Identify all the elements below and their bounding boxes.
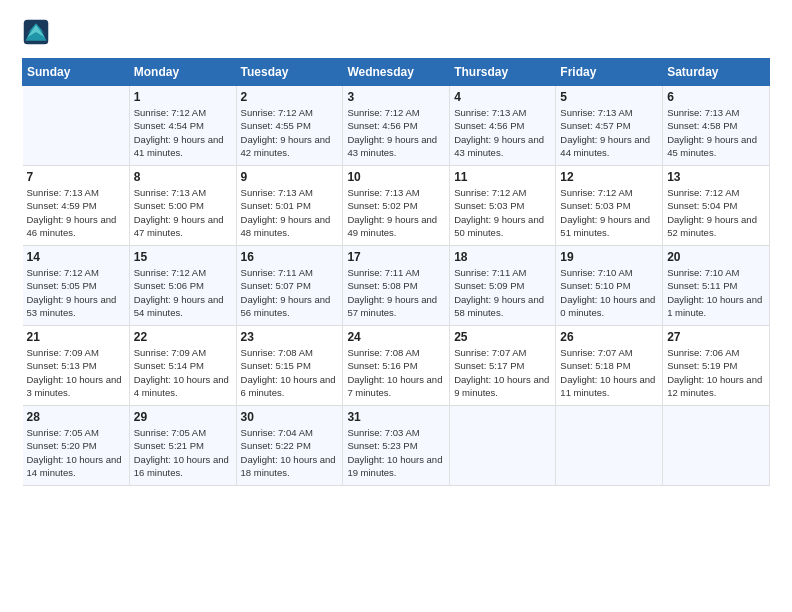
day-info: Sunrise: 7:12 AMSunset: 5:04 PMDaylight:… <box>667 186 765 239</box>
day-info: Sunrise: 7:11 AMSunset: 5:08 PMDaylight:… <box>347 266 445 319</box>
day-number: 13 <box>667 170 765 184</box>
day-number: 4 <box>454 90 551 104</box>
day-number: 21 <box>27 330 125 344</box>
day-cell: 10Sunrise: 7:13 AMSunset: 5:02 PMDayligh… <box>343 166 450 246</box>
day-info: Sunrise: 7:04 AMSunset: 5:22 PMDaylight:… <box>241 426 339 479</box>
day-number: 2 <box>241 90 339 104</box>
day-info: Sunrise: 7:13 AMSunset: 4:58 PMDaylight:… <box>667 106 765 159</box>
day-info: Sunrise: 7:07 AMSunset: 5:18 PMDaylight:… <box>560 346 658 399</box>
day-cell: 29Sunrise: 7:05 AMSunset: 5:21 PMDayligh… <box>129 406 236 486</box>
day-info: Sunrise: 7:08 AMSunset: 5:16 PMDaylight:… <box>347 346 445 399</box>
day-cell <box>450 406 556 486</box>
day-number: 15 <box>134 250 232 264</box>
day-cell: 3Sunrise: 7:12 AMSunset: 4:56 PMDaylight… <box>343 86 450 166</box>
day-info: Sunrise: 7:12 AMSunset: 4:54 PMDaylight:… <box>134 106 232 159</box>
col-header-thursday: Thursday <box>450 59 556 86</box>
day-number: 9 <box>241 170 339 184</box>
day-cell: 30Sunrise: 7:04 AMSunset: 5:22 PMDayligh… <box>236 406 343 486</box>
day-info: Sunrise: 7:13 AMSunset: 5:01 PMDaylight:… <box>241 186 339 239</box>
day-info: Sunrise: 7:03 AMSunset: 5:23 PMDaylight:… <box>347 426 445 479</box>
day-number: 27 <box>667 330 765 344</box>
col-header-saturday: Saturday <box>663 59 770 86</box>
day-info: Sunrise: 7:12 AMSunset: 5:03 PMDaylight:… <box>560 186 658 239</box>
day-number: 17 <box>347 250 445 264</box>
week-row-3: 14Sunrise: 7:12 AMSunset: 5:05 PMDayligh… <box>23 246 770 326</box>
day-number: 28 <box>27 410 125 424</box>
day-number: 16 <box>241 250 339 264</box>
day-cell: 15Sunrise: 7:12 AMSunset: 5:06 PMDayligh… <box>129 246 236 326</box>
day-number: 22 <box>134 330 232 344</box>
day-info: Sunrise: 7:05 AMSunset: 5:21 PMDaylight:… <box>134 426 232 479</box>
day-cell: 11Sunrise: 7:12 AMSunset: 5:03 PMDayligh… <box>450 166 556 246</box>
week-row-4: 21Sunrise: 7:09 AMSunset: 5:13 PMDayligh… <box>23 326 770 406</box>
week-row-1: 1Sunrise: 7:12 AMSunset: 4:54 PMDaylight… <box>23 86 770 166</box>
day-cell: 16Sunrise: 7:11 AMSunset: 5:07 PMDayligh… <box>236 246 343 326</box>
day-cell: 22Sunrise: 7:09 AMSunset: 5:14 PMDayligh… <box>129 326 236 406</box>
day-number: 24 <box>347 330 445 344</box>
logo-icon <box>22 18 50 46</box>
day-cell <box>663 406 770 486</box>
logo <box>22 18 54 46</box>
day-info: Sunrise: 7:10 AMSunset: 5:10 PMDaylight:… <box>560 266 658 319</box>
day-cell: 9Sunrise: 7:13 AMSunset: 5:01 PMDaylight… <box>236 166 343 246</box>
day-cell: 6Sunrise: 7:13 AMSunset: 4:58 PMDaylight… <box>663 86 770 166</box>
day-info: Sunrise: 7:13 AMSunset: 4:56 PMDaylight:… <box>454 106 551 159</box>
day-number: 31 <box>347 410 445 424</box>
day-info: Sunrise: 7:13 AMSunset: 4:57 PMDaylight:… <box>560 106 658 159</box>
day-number: 10 <box>347 170 445 184</box>
day-number: 5 <box>560 90 658 104</box>
day-number: 12 <box>560 170 658 184</box>
day-cell: 14Sunrise: 7:12 AMSunset: 5:05 PMDayligh… <box>23 246 130 326</box>
col-header-wednesday: Wednesday <box>343 59 450 86</box>
col-header-sunday: Sunday <box>23 59 130 86</box>
day-cell: 23Sunrise: 7:08 AMSunset: 5:15 PMDayligh… <box>236 326 343 406</box>
day-number: 23 <box>241 330 339 344</box>
day-number: 18 <box>454 250 551 264</box>
day-info: Sunrise: 7:12 AMSunset: 4:55 PMDaylight:… <box>241 106 339 159</box>
day-number: 8 <box>134 170 232 184</box>
day-info: Sunrise: 7:12 AMSunset: 5:05 PMDaylight:… <box>27 266 125 319</box>
day-number: 30 <box>241 410 339 424</box>
day-info: Sunrise: 7:12 AMSunset: 5:06 PMDaylight:… <box>134 266 232 319</box>
day-cell: 8Sunrise: 7:13 AMSunset: 5:00 PMDaylight… <box>129 166 236 246</box>
day-info: Sunrise: 7:12 AMSunset: 4:56 PMDaylight:… <box>347 106 445 159</box>
day-cell <box>23 86 130 166</box>
day-cell: 27Sunrise: 7:06 AMSunset: 5:19 PMDayligh… <box>663 326 770 406</box>
week-row-5: 28Sunrise: 7:05 AMSunset: 5:20 PMDayligh… <box>23 406 770 486</box>
day-cell: 5Sunrise: 7:13 AMSunset: 4:57 PMDaylight… <box>556 86 663 166</box>
header <box>22 18 770 46</box>
day-cell: 24Sunrise: 7:08 AMSunset: 5:16 PMDayligh… <box>343 326 450 406</box>
day-number: 20 <box>667 250 765 264</box>
day-cell: 21Sunrise: 7:09 AMSunset: 5:13 PMDayligh… <box>23 326 130 406</box>
day-cell: 18Sunrise: 7:11 AMSunset: 5:09 PMDayligh… <box>450 246 556 326</box>
day-number: 29 <box>134 410 232 424</box>
day-info: Sunrise: 7:09 AMSunset: 5:13 PMDaylight:… <box>27 346 125 399</box>
calendar-header-row: SundayMondayTuesdayWednesdayThursdayFrid… <box>23 59 770 86</box>
day-cell <box>556 406 663 486</box>
col-header-monday: Monday <box>129 59 236 86</box>
day-cell: 28Sunrise: 7:05 AMSunset: 5:20 PMDayligh… <box>23 406 130 486</box>
day-number: 26 <box>560 330 658 344</box>
day-info: Sunrise: 7:13 AMSunset: 5:00 PMDaylight:… <box>134 186 232 239</box>
week-row-2: 7Sunrise: 7:13 AMSunset: 4:59 PMDaylight… <box>23 166 770 246</box>
day-info: Sunrise: 7:10 AMSunset: 5:11 PMDaylight:… <box>667 266 765 319</box>
day-number: 6 <box>667 90 765 104</box>
day-number: 25 <box>454 330 551 344</box>
day-info: Sunrise: 7:12 AMSunset: 5:03 PMDaylight:… <box>454 186 551 239</box>
col-header-friday: Friday <box>556 59 663 86</box>
day-number: 3 <box>347 90 445 104</box>
col-header-tuesday: Tuesday <box>236 59 343 86</box>
day-info: Sunrise: 7:06 AMSunset: 5:19 PMDaylight:… <box>667 346 765 399</box>
day-cell: 20Sunrise: 7:10 AMSunset: 5:11 PMDayligh… <box>663 246 770 326</box>
day-info: Sunrise: 7:11 AMSunset: 5:07 PMDaylight:… <box>241 266 339 319</box>
day-cell: 12Sunrise: 7:12 AMSunset: 5:03 PMDayligh… <box>556 166 663 246</box>
day-info: Sunrise: 7:07 AMSunset: 5:17 PMDaylight:… <box>454 346 551 399</box>
day-info: Sunrise: 7:09 AMSunset: 5:14 PMDaylight:… <box>134 346 232 399</box>
day-number: 19 <box>560 250 658 264</box>
day-info: Sunrise: 7:05 AMSunset: 5:20 PMDaylight:… <box>27 426 125 479</box>
day-number: 1 <box>134 90 232 104</box>
day-cell: 25Sunrise: 7:07 AMSunset: 5:17 PMDayligh… <box>450 326 556 406</box>
day-cell: 2Sunrise: 7:12 AMSunset: 4:55 PMDaylight… <box>236 86 343 166</box>
day-cell: 13Sunrise: 7:12 AMSunset: 5:04 PMDayligh… <box>663 166 770 246</box>
day-info: Sunrise: 7:13 AMSunset: 5:02 PMDaylight:… <box>347 186 445 239</box>
